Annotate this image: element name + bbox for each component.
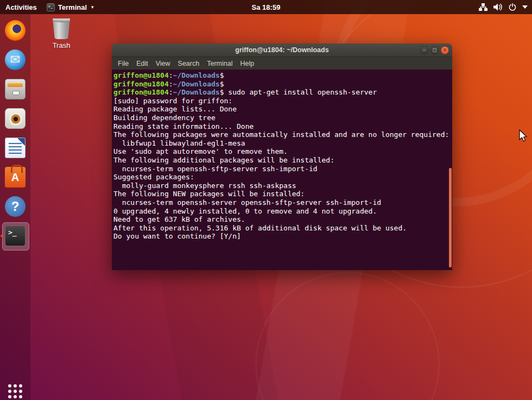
dock-item-firefox[interactable] (0, 16, 30, 45)
rhythmbox-icon (5, 108, 26, 129)
terminal-window: griffon@u1804: ~/Downloads − ◻ ✕ FileEdi… (112, 43, 452, 270)
terminal-output-line: The following packages were automaticall… (113, 130, 452, 139)
dock-item-help[interactable] (0, 192, 30, 221)
menu-item-view[interactable]: View (152, 58, 174, 69)
wallpaper-circle-decoration (255, 272, 440, 400)
mouse-cursor (519, 129, 528, 142)
menu-item-terminal[interactable]: Terminal (203, 58, 236, 69)
terminal-output-line: Reading package lists... Done (113, 105, 452, 114)
terminal-prompt-line: griffon@u1804:~/Downloads$ (113, 80, 452, 89)
writer-icon (5, 138, 26, 158)
scrollbar-thumb[interactable] (449, 168, 452, 267)
terminal-output-line: Suggested packages: (113, 173, 452, 182)
terminal-output-line: [sudo] password for griffon: (113, 97, 452, 105)
firefox-icon (5, 20, 26, 41)
dock-item-software[interactable] (0, 163, 30, 191)
window-title: griffon@u1804: ~/Downloads (235, 46, 328, 54)
window-titlebar[interactable]: griffon@u1804: ~/Downloads − ◻ ✕ (112, 43, 452, 57)
window-menubar: FileEditViewSearchTerminalHelp (112, 57, 452, 70)
menu-item-edit[interactable]: Edit (132, 58, 152, 69)
menu-item-help[interactable]: Help (236, 58, 258, 69)
minimize-button[interactable]: − (420, 46, 428, 54)
trash-icon (53, 18, 70, 39)
terminal-output-line: ncurses-term openssh-sftp-server ssh-imp… (113, 165, 452, 173)
terminal-output-line: Need to get 637 kB of archives. (113, 215, 452, 224)
close-button[interactable]: ✕ (441, 46, 449, 54)
terminal-output-line: The following NEW packages will be insta… (113, 190, 452, 198)
maximize-button[interactable]: ◻ (430, 46, 439, 54)
trash-label: Trash (46, 41, 77, 49)
volume-icon (493, 3, 503, 11)
terminal-output-line: 0 upgraded, 4 newly installed, 0 to remo… (113, 207, 452, 216)
dock-item-files[interactable] (0, 75, 30, 103)
terminal-prompt-line: griffon@u1804:~/Downloads$ sudo apt-get … (113, 88, 452, 97)
system-tray[interactable] (479, 0, 528, 14)
terminal-output-line: molly-guard monkeysphere rssh ssh-askpas… (113, 182, 452, 190)
power-icon (509, 3, 516, 11)
show-applications-button[interactable] (0, 377, 30, 400)
top-bar: Activities Terminal ▾ Sa 18:59 (0, 0, 532, 14)
dock-item-terminal[interactable] (0, 222, 30, 250)
dock-item-thunderbird[interactable] (0, 46, 30, 74)
terminal-output-line: libfwup1 libwayland-egl1-mesa (113, 139, 452, 148)
terminal-content[interactable]: griffon@u1804:~/Downloads$griffon@u1804:… (112, 70, 452, 270)
terminal-output-line: Do you want to continue? [Y/n] (113, 232, 452, 241)
clock[interactable]: Sa 18:59 (252, 3, 281, 11)
show-applications-icon (8, 384, 22, 398)
terminal-output-line: ncurses-term openssh-server openssh-sftp… (113, 198, 452, 207)
terminal-output-line: Use 'sudo apt autoremove' to remove them… (113, 147, 452, 156)
trash-desktop-icon[interactable]: Trash (46, 18, 77, 49)
terminal-icon (5, 226, 26, 246)
dock-item-writer[interactable] (0, 134, 30, 162)
terminal-output-line: Reading state information... Done (113, 122, 452, 131)
menu-item-search[interactable]: Search (174, 58, 204, 69)
dock (0, 14, 30, 400)
terminal-prompt-line: griffon@u1804:~/Downloads$ (113, 71, 452, 80)
help-icon (5, 196, 26, 217)
thunderbird-icon (5, 49, 26, 70)
network-wired-icon (479, 3, 487, 11)
terminal-output-line: The following additional packages will b… (113, 156, 452, 165)
files-icon (5, 79, 26, 99)
software-icon (5, 167, 26, 188)
menu-item-file[interactable]: File (114, 58, 132, 69)
chevron-down-icon (522, 5, 528, 9)
terminal-output-line: After this operation, 5.316 kB of additi… (113, 224, 452, 233)
terminal-output-line: Building dependency tree (113, 114, 452, 122)
dock-item-rhythmbox[interactable] (0, 104, 30, 133)
